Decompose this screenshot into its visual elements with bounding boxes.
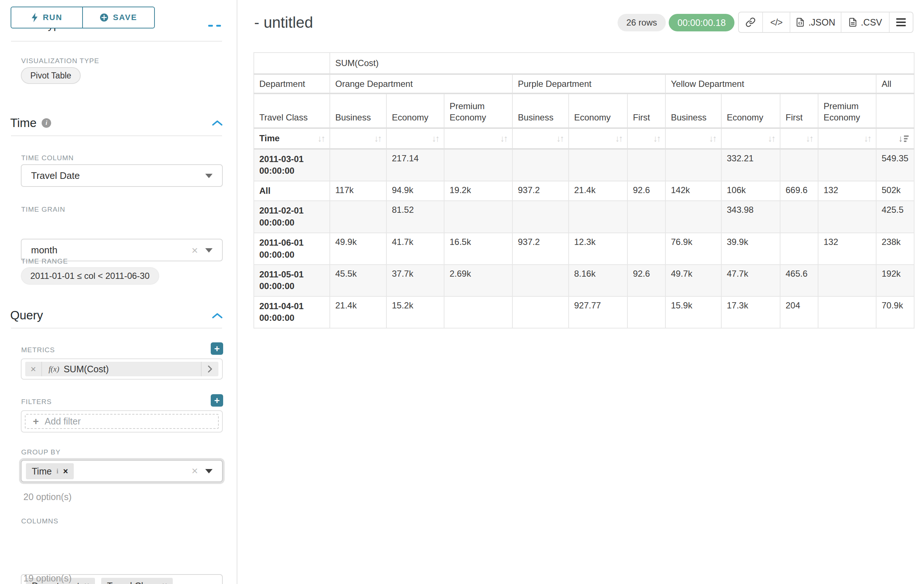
- save-button[interactable]: SAVE: [83, 7, 155, 28]
- cell: 192k: [876, 265, 914, 296]
- cell: [627, 296, 665, 328]
- cell: 549.35: [876, 149, 914, 181]
- info-icon[interactable]: i: [57, 467, 58, 475]
- code-icon: </>: [770, 17, 782, 28]
- sort-header[interactable]: ↓↑: [386, 128, 444, 149]
- table-row: 2011-04-01 00:00:00 21.4k 15.2k 927.77 1…: [254, 296, 914, 328]
- class-header: Premium Economy: [818, 94, 876, 128]
- cell: 343.98: [721, 201, 780, 233]
- cell: [665, 149, 721, 181]
- sort-descending-icon[interactable]: ↓: [898, 133, 909, 144]
- time-grain-value: month: [21, 245, 57, 256]
- sort-icon[interactable]: ↓↑: [768, 133, 775, 144]
- chevron-down-icon[interactable]: [205, 469, 213, 474]
- hamburger-menu-icon: [896, 18, 906, 26]
- chevron-down-icon[interactable]: [205, 248, 213, 253]
- cell: [512, 149, 569, 181]
- clear-icon[interactable]: ×: [191, 466, 198, 476]
- sort-icon[interactable]: ↓↑: [864, 133, 871, 144]
- sort-header[interactable]: ↓↑: [512, 128, 569, 149]
- sort-icon[interactable]: ↓↑: [615, 133, 622, 144]
- cell: 332.21: [721, 149, 780, 181]
- add-filter-plus-button[interactable]: +: [211, 394, 223, 406]
- group-by-select[interactable]: Time i × ×: [21, 460, 223, 482]
- time-column-select[interactable]: Travel Date: [21, 164, 223, 187]
- cell: 94.9k: [386, 181, 444, 201]
- export-json-button[interactable]: .JSON: [790, 12, 842, 32]
- cell: 8.16k: [569, 265, 627, 296]
- chevron-down-icon[interactable]: [205, 174, 213, 178]
- class-header-empty: [876, 94, 914, 128]
- row-header: 2011-05-01 00:00:00: [254, 265, 330, 296]
- cell: 927.77: [569, 296, 627, 328]
- cell: 15.9k: [665, 296, 721, 328]
- cell: 17.3k: [721, 296, 780, 328]
- cell: 70.9k: [876, 296, 914, 328]
- remove-tag-icon[interactable]: ×: [162, 581, 167, 584]
- class-header: Economy: [569, 94, 627, 128]
- metric-pill[interactable]: × f(x) SUM(Cost): [25, 362, 218, 376]
- sort-header[interactable]: ↓↑: [330, 128, 386, 149]
- cell: 238k: [876, 233, 914, 265]
- more-options-button[interactable]: [890, 12, 912, 32]
- add-filter-button[interactable]: + Add filter: [25, 414, 219, 429]
- cell: [444, 296, 512, 328]
- table-row: All 117k 94.9k 19.2k 937.2 21.4k 92.6 14…: [254, 181, 914, 201]
- cell: [330, 201, 386, 233]
- sort-icon[interactable]: ↓↑: [500, 133, 507, 144]
- cell: 21.4k: [569, 181, 627, 201]
- sort-header[interactable]: ↓↑: [627, 128, 665, 149]
- chevron-up-icon[interactable]: [212, 120, 223, 126]
- sort-header[interactable]: ↓↑: [569, 128, 627, 149]
- view-query-button[interactable]: </>: [763, 12, 790, 32]
- sort-icon[interactable]: ↓↑: [653, 133, 660, 144]
- sort-icon[interactable]: ↓↑: [806, 133, 813, 144]
- sort-icon[interactable]: ↓↑: [317, 133, 324, 144]
- json-button-label: .JSON: [808, 17, 835, 28]
- cell: [780, 201, 818, 233]
- json-file-icon: [795, 17, 805, 27]
- group-by-tag[interactable]: Time i ×: [26, 463, 74, 479]
- cell: 142k: [665, 181, 721, 201]
- cell: 39.9k: [721, 233, 780, 265]
- export-csv-button[interactable]: .CSV: [842, 12, 890, 32]
- remove-metric-icon[interactable]: ×: [25, 362, 42, 376]
- metric-name: SUM(Cost): [64, 364, 109, 375]
- chart-title[interactable]: - untitled: [254, 14, 313, 31]
- sort-header[interactable]: ↓↑: [665, 128, 721, 149]
- cell: [512, 201, 569, 233]
- time-range-value[interactable]: 2011-01-01 ≤ col < 2011-06-30: [21, 267, 159, 285]
- sort-header[interactable]: ↓↑: [721, 128, 780, 149]
- row-header: 2011-04-01 00:00:00: [254, 296, 330, 328]
- sort-header[interactable]: ↓↑: [818, 128, 876, 149]
- sort-header[interactable]: ↓↑: [780, 128, 818, 149]
- time-range-text: 2011-01-01 ≤ col < 2011-06-30: [30, 271, 150, 281]
- cell: 502k: [876, 181, 914, 201]
- sort-header[interactable]: ↓↑: [444, 128, 512, 149]
- chevron-right-icon[interactable]: [201, 362, 218, 376]
- remove-tag-icon[interactable]: ×: [84, 581, 89, 584]
- add-metric-button[interactable]: +: [211, 342, 223, 355]
- remove-tag-icon[interactable]: ×: [63, 466, 68, 476]
- visualization-type-value[interactable]: Pivot Table: [21, 67, 81, 84]
- sort-header-active[interactable]: ↓: [876, 128, 914, 149]
- explore-view: Chart Type RUN SAVE VISUALIZATION TYPE P…: [0, 0, 924, 584]
- run-button[interactable]: RUN: [11, 7, 83, 28]
- chevron-up-icon[interactable]: [212, 313, 223, 319]
- cell: [627, 149, 665, 181]
- columns-tag[interactable]: Travel Class ×: [101, 578, 173, 584]
- clear-icon[interactable]: ×: [191, 245, 198, 256]
- info-icon[interactable]: i: [42, 118, 51, 128]
- sort-icon[interactable]: ↓↑: [709, 133, 716, 144]
- sort-icon[interactable]: ↓↑: [432, 133, 439, 144]
- divider: [11, 41, 222, 42]
- run-save-button-group: RUN SAVE: [11, 7, 155, 28]
- time-sort-header[interactable]: Time ↓↑: [254, 128, 330, 149]
- sort-icon[interactable]: ↓↑: [556, 133, 563, 144]
- sort-icon[interactable]: ↓↑: [374, 133, 381, 144]
- plus-circle-icon: [100, 13, 109, 22]
- class-header: Economy: [721, 94, 780, 128]
- row-count-text: 26 rows: [626, 18, 657, 28]
- cell: 132: [818, 233, 876, 265]
- share-link-button[interactable]: [739, 12, 763, 32]
